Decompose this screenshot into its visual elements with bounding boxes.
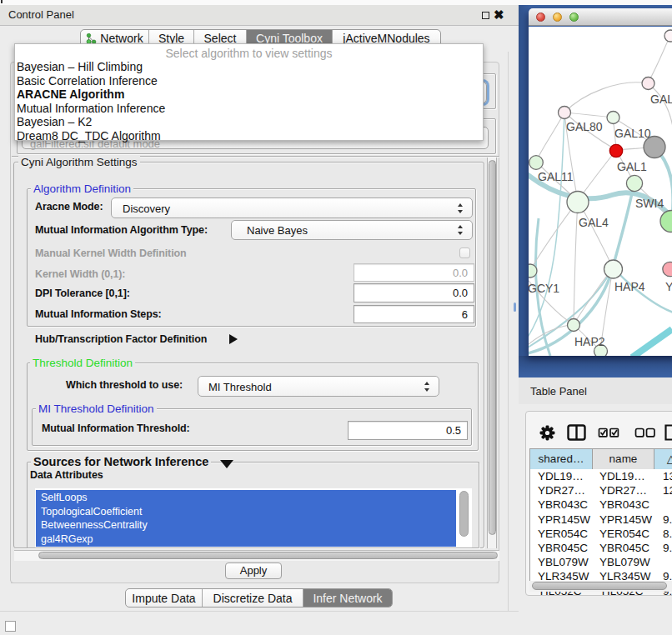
svg-text:Y: Y: [665, 280, 672, 293]
svg-text:GAL80: GAL80: [566, 120, 603, 133]
svg-text:HAP2: HAP2: [574, 335, 605, 348]
svg-text:SWI4: SWI4: [635, 197, 664, 210]
svg-text:GAL4: GAL4: [579, 216, 609, 229]
svg-text:GCY1: GCY1: [529, 282, 559, 295]
svg-text:HAP4: HAP4: [614, 280, 645, 293]
svg-text:GAL1: GAL1: [617, 160, 647, 173]
svg-text:GAL10: GAL10: [614, 127, 651, 140]
svg-text:GAL: GAL: [650, 92, 672, 106]
svg-text:GAL11: GAL11: [538, 170, 574, 183]
